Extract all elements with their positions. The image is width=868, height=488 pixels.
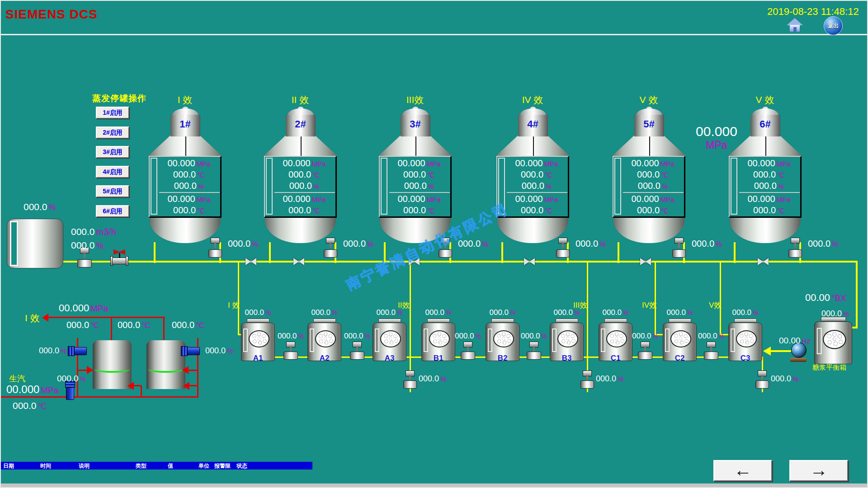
manual-valve-icon[interactable] — [524, 258, 535, 265]
tank-id: 3# — [410, 118, 420, 130]
juice-heater-vessel: A3 — [373, 319, 406, 363]
enable-tank-button-5[interactable]: 5#启用 — [96, 185, 129, 197]
tank-valve-reading: 000.0% — [576, 239, 606, 249]
effect-label: III效 — [392, 94, 438, 106]
flow-arrow-icon — [182, 366, 189, 374]
home-door — [793, 27, 797, 32]
tank-outlet-valve[interactable] — [209, 238, 222, 258]
manual-valve-icon[interactable] — [640, 258, 651, 265]
juice-heater-vessel: B3 — [550, 319, 584, 363]
effect-label: V 效 — [742, 94, 788, 106]
header-bar: SIEMENS DCS 2019-08-23 11:48:12 退出 — [0, 0, 868, 35]
drop-valve[interactable] — [756, 371, 769, 389]
steam-effect-label: I 效 — [25, 312, 40, 324]
tank-neck: 2# — [286, 115, 316, 136]
tank-neck: 5# — [634, 115, 664, 136]
vessel-level-strip — [375, 328, 379, 352]
tank-data-box: 00.000MPa000.0℃000.0%00.000MPa000.0℃ — [264, 156, 337, 218]
vessel-id: B3 — [550, 354, 584, 363]
alarm-col-header: 报警限 — [214, 462, 231, 470]
alarm-col-header: 状态 — [236, 462, 247, 470]
tank-reading: 000.0℃ — [622, 204, 684, 216]
manual-valve-icon[interactable] — [245, 258, 256, 265]
vessel-level-reading: 000.0% — [486, 308, 519, 317]
section-label: IV效 — [642, 300, 657, 310]
vessel-flange — [247, 319, 269, 323]
tank-reading: 000.0℃ — [738, 169, 800, 180]
tank-outlet-valve[interactable] — [324, 238, 337, 258]
pipe-segment — [720, 263, 721, 335]
flow-meter-icon[interactable] — [110, 249, 128, 266]
line-valve[interactable] — [704, 342, 718, 360]
steam-valve-left[interactable] — [68, 345, 87, 357]
enable-tank-button-6[interactable]: 6#启用 — [96, 205, 129, 217]
sight-glass-icon — [249, 330, 269, 347]
juice-heater-vessel: B1 — [421, 319, 455, 363]
enable-tank-button-1[interactable]: 1#启用 — [96, 107, 129, 119]
tank-outlet-valve[interactable] — [557, 238, 569, 258]
effect5-pressure-reading: 00.000 MPa — [686, 124, 747, 151]
tank-reading: 000.0℃ — [274, 169, 335, 180]
line-valve-reading: 000.0% — [278, 332, 304, 341]
tank-stem-line — [533, 136, 534, 156]
enable-tank-button-4[interactable]: 4#启用 — [96, 166, 129, 178]
vessel-level-reading: 000.0% — [599, 308, 632, 317]
tank-reading: 00.000MPa — [388, 157, 450, 169]
line-valve[interactable] — [461, 342, 475, 360]
manual-valve-icon[interactable] — [293, 258, 304, 265]
valve-stem — [794, 242, 796, 248]
steam-pipe — [48, 317, 165, 318]
condensate-tank — [93, 340, 132, 389]
sight-glass-icon — [823, 330, 846, 349]
evaporator-tank-3: 3# 00.000MPa000.0℃000.0%00.000MPa000.0℃ — [378, 108, 453, 244]
sight-glass-icon — [493, 330, 514, 347]
section-label: V效 — [709, 300, 722, 310]
enable-tank-button-2[interactable]: 2#启用 — [96, 127, 129, 139]
drop-valve[interactable] — [581, 371, 594, 389]
effect-label: I 效 — [162, 94, 208, 106]
home-icon[interactable] — [787, 18, 803, 33]
tank-reading: 000.0% — [738, 180, 800, 191]
pipe-segment — [154, 242, 156, 263]
tank-outlet-valve[interactable] — [673, 238, 685, 258]
raw-steam-valve[interactable] — [64, 381, 76, 400]
line-valve-reading: 000.0% — [632, 332, 658, 341]
valve-stem — [356, 346, 358, 352]
line-valve[interactable] — [284, 342, 297, 360]
evaporator-tank-2: 2# 00.000MPa000.0℃000.0%00.000MPa000.0℃ — [263, 108, 338, 244]
tank-data-box: 00.000MPa000.0℃000.0%00.000MPa000.0℃ — [379, 156, 452, 218]
line-valve[interactable] — [350, 342, 364, 360]
prev-page-button[interactable]: ← — [713, 460, 772, 481]
valve-stem — [84, 252, 85, 258]
line-valve[interactable] — [527, 342, 541, 360]
tank-valve-reading: 000.0% — [228, 239, 258, 249]
tank-outlet-valve[interactable] — [789, 238, 802, 258]
vessel-flange — [669, 319, 691, 323]
tank-reading: 00.000MPa — [738, 193, 800, 204]
tank-valve-reading: 000.0% — [808, 239, 838, 249]
tank-stem-line — [185, 136, 186, 156]
juice-heater-vessel: C2 — [663, 319, 697, 363]
enable-tank-button-3[interactable]: 3#启用 — [96, 146, 129, 158]
tank-level-strip — [614, 158, 621, 215]
vessel-id: C2 — [663, 354, 697, 363]
valve-stem — [214, 242, 216, 248]
vessel-level-strip — [601, 328, 605, 352]
evaporator-tank-1: 1# 00.000MPa000.0℃000.0%00.000MPa000.0℃ — [148, 108, 222, 244]
effect-label: IV 效 — [510, 94, 555, 106]
tank-reading: 000.0℃ — [506, 204, 567, 216]
vessel-level-strip — [731, 328, 735, 352]
steam-valve-right[interactable] — [181, 345, 200, 357]
drop-valve[interactable] — [404, 371, 416, 389]
manual-valve-icon[interactable] — [758, 258, 769, 265]
exit-label: 退出 — [828, 23, 839, 29]
pipe-segment — [618, 242, 619, 263]
line-valve[interactable] — [638, 342, 652, 360]
tank-id: 1# — [179, 118, 190, 130]
exit-button[interactable]: 退出 — [824, 16, 843, 35]
pressure-value: 00.000 — [696, 124, 737, 139]
steam-pipe — [163, 318, 165, 342]
next-page-button[interactable]: → — [789, 460, 848, 481]
tank-reading: 00.000MPa — [388, 193, 450, 204]
sight-glass-icon — [429, 330, 450, 347]
